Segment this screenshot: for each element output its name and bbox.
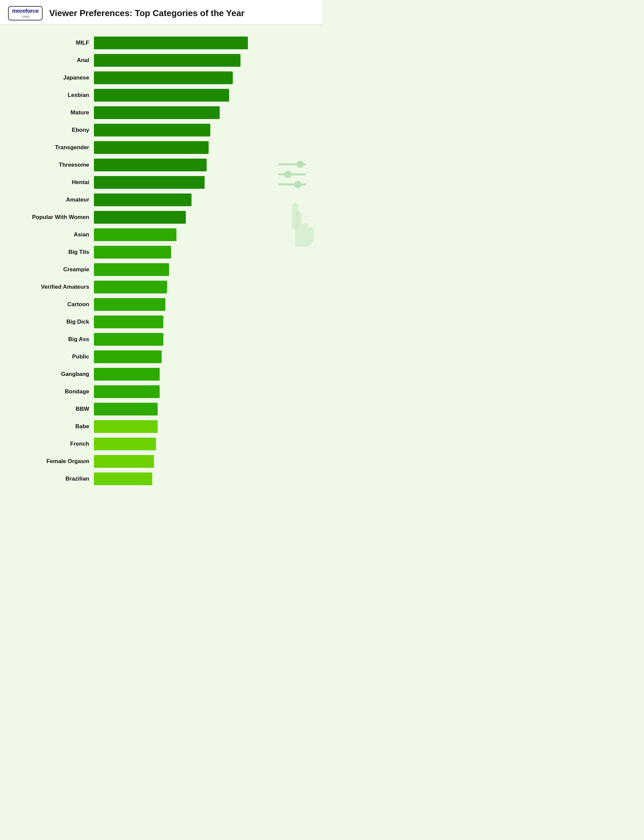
bar-label: Babe <box>20 423 94 430</box>
bar-row: Verified Amateurs <box>20 279 302 295</box>
bar-row: Threesome <box>20 157 302 173</box>
bar-fill <box>94 106 220 119</box>
bar-fill <box>94 246 171 259</box>
bar-track <box>94 35 302 51</box>
hand-icon <box>277 193 317 248</box>
bar-label: Anal <box>20 57 94 64</box>
bar-row: Anal <box>20 52 302 68</box>
logo: moreforce .com <box>8 6 43 20</box>
bar-fill <box>94 124 210 136</box>
bar-label: Public <box>20 353 94 360</box>
bar-fill <box>94 403 158 415</box>
bar-row: Gangbang <box>20 366 302 382</box>
bar-row: Female Orgasm <box>20 454 302 469</box>
bar-fill <box>94 71 233 84</box>
filter-icon <box>278 159 315 191</box>
bar-label: Bondage <box>20 388 94 395</box>
bar-fill <box>94 228 176 241</box>
bar-row: French <box>20 436 302 452</box>
bar-row: Creampie <box>20 262 302 277</box>
bar-track <box>94 454 302 469</box>
page-title: Viewer Preferences: Top Categories of th… <box>49 8 245 18</box>
bar-fill <box>94 438 156 450</box>
bar-row: Asian <box>20 227 302 243</box>
bar-label: BBW <box>20 406 94 412</box>
bar-track <box>94 331 302 347</box>
bar-track <box>94 297 302 312</box>
bar-label: Popular With Women <box>20 214 94 221</box>
logo-main-text: moreforce <box>12 8 39 15</box>
bar-fill <box>94 420 158 433</box>
svg-point-3 <box>284 171 291 178</box>
bar-fill <box>94 159 207 171</box>
bar-label: Gangbang <box>20 371 94 377</box>
bar-row: Brazilian <box>20 471 302 487</box>
page-wrapper: moreforce .com Viewer Preferences: Top C… <box>0 0 322 502</box>
bar-label: Brazilian <box>20 476 94 482</box>
bar-row: Lesbian <box>20 87 302 103</box>
bar-fill <box>94 36 248 49</box>
bar-label: French <box>20 441 94 447</box>
bar-row: Public <box>20 349 302 364</box>
bar-track <box>94 436 302 452</box>
bar-label: Cartoon <box>20 301 94 308</box>
bars-container: MILFAnalJapaneseLesbianMatureEbonyTransg… <box>20 35 302 487</box>
bar-label: Mature <box>20 109 94 116</box>
bar-row: Popular With Women <box>20 210 302 225</box>
bar-fill <box>94 54 240 67</box>
bar-row: Big Dick <box>20 314 302 330</box>
bar-track <box>94 105 302 120</box>
bar-track <box>94 384 302 399</box>
bar-row: Big Tits <box>20 244 302 260</box>
bar-fill <box>94 385 159 398</box>
bar-row: Mature <box>20 105 302 120</box>
bar-row: Transgender <box>20 140 302 155</box>
bar-track <box>94 401 302 417</box>
bar-row: Bondage <box>20 384 302 399</box>
bar-label: Creampie <box>20 266 94 273</box>
svg-point-5 <box>294 181 302 188</box>
bar-label: MILF <box>20 39 94 46</box>
bar-fill <box>94 176 205 189</box>
bar-track <box>94 87 302 103</box>
bar-fill <box>94 194 192 206</box>
bar-track <box>94 262 302 277</box>
bar-track <box>94 227 302 243</box>
bar-track <box>94 366 302 382</box>
chart-area: MILFAnalJapaneseLesbianMatureEbonyTransg… <box>0 25 322 502</box>
bar-track <box>94 244 302 260</box>
bar-fill <box>94 263 169 276</box>
bar-row: Cartoon <box>20 297 302 312</box>
svg-point-1 <box>297 161 304 168</box>
bar-label: Female Orgasm <box>20 458 94 465</box>
bar-row: Big Ass <box>20 331 302 347</box>
bar-label: Big Tits <box>20 249 94 256</box>
bar-track <box>94 349 302 364</box>
header: moreforce .com Viewer Preferences: Top C… <box>0 0 322 25</box>
bar-track <box>94 122 302 138</box>
bar-track <box>94 140 302 155</box>
bar-row: BBW <box>20 401 302 417</box>
bar-fill <box>94 298 165 311</box>
svg-rect-6 <box>292 203 299 230</box>
bar-label: Ebony <box>20 127 94 133</box>
bar-track <box>94 52 302 68</box>
bar-track <box>94 157 302 173</box>
bar-track <box>94 210 302 225</box>
bar-fill <box>94 211 186 224</box>
bar-track <box>94 70 302 85</box>
bar-fill <box>94 472 152 485</box>
bar-track <box>94 175 302 190</box>
bar-fill <box>94 333 163 346</box>
bar-fill <box>94 315 163 328</box>
bar-label: Verified Amateurs <box>20 284 94 290</box>
bar-fill <box>94 455 154 468</box>
bar-label: Threesome <box>20 162 94 168</box>
bar-track <box>94 419 302 434</box>
bar-label: Hentai <box>20 179 94 186</box>
logo-sub-text: .com <box>21 15 29 18</box>
bar-track <box>94 314 302 330</box>
bar-row: Babe <box>20 419 302 434</box>
bar-label: Big Ass <box>20 336 94 343</box>
bar-row: Japanese <box>20 70 302 85</box>
